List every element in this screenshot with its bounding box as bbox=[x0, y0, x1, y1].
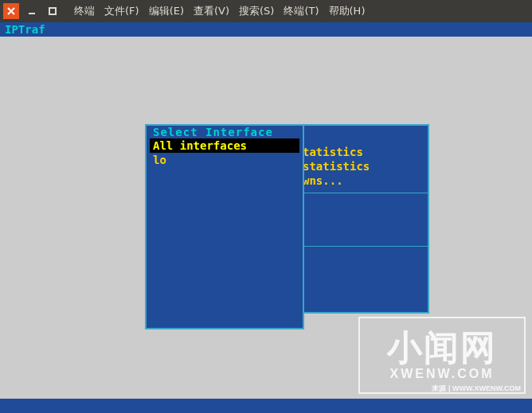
watermark-sub: XWENW.COM bbox=[390, 367, 495, 381]
menu-terminal[interactable]: 终端 bbox=[74, 4, 95, 18]
menu-terminal2[interactable]: 终端(T) bbox=[284, 4, 319, 18]
select-interface-title: Select Interface bbox=[151, 126, 275, 138]
app-title-text: IPTraf bbox=[5, 23, 45, 36]
watermark-text: 小闻网 bbox=[387, 330, 497, 365]
status-bar: Up/Down-move pointer Enter-select X/Ctrl… bbox=[0, 399, 532, 413]
watermark: 小闻网 XWENW.COM 来源 | WWW.XWENW.COM bbox=[358, 317, 526, 394]
interface-item-lo[interactable]: lo bbox=[147, 153, 303, 167]
bg-menu-line[interactable]: statistics bbox=[303, 159, 428, 173]
menu-file[interactable]: 文件(F) bbox=[104, 4, 139, 18]
menu-help[interactable]: 帮助(H) bbox=[329, 4, 366, 18]
bg-menu-line[interactable]: wns... bbox=[303, 173, 428, 188]
interface-item-all[interactable]: All interfaces bbox=[150, 138, 299, 153]
window-titlebar: 终端 文件(F) 编辑(E) 查看(V) 搜索(S) 终端(T) 帮助(H) bbox=[0, 0, 532, 22]
close-icon[interactable] bbox=[3, 3, 19, 19]
terminal-area: IPTraf tatistics statistics wns... Selec… bbox=[0, 22, 532, 413]
bg-menu-separator bbox=[303, 193, 428, 193]
menu-search[interactable]: 搜索(S) bbox=[239, 4, 274, 18]
menubar: 终端 文件(F) 编辑(E) 查看(V) 搜索(S) 终端(T) 帮助(H) bbox=[74, 4, 365, 18]
select-interface-box: Select Interface All interfaces lo bbox=[145, 124, 304, 329]
svg-rect-0 bbox=[49, 8, 56, 14]
maximize-icon[interactable] bbox=[45, 3, 61, 19]
menu-edit[interactable]: 编辑(E) bbox=[149, 4, 184, 18]
menu-view[interactable]: 查看(V) bbox=[194, 4, 229, 18]
minimize-icon[interactable] bbox=[24, 3, 40, 19]
background-menu: tatistics statistics wns... bbox=[298, 124, 429, 314]
bg-menu-line[interactable]: tatistics bbox=[303, 145, 428, 159]
watermark-url: 来源 | WWW.XWENW.COM bbox=[432, 384, 521, 394]
bg-menu-separator bbox=[303, 246, 428, 247]
app-title: IPTraf bbox=[0, 22, 532, 37]
